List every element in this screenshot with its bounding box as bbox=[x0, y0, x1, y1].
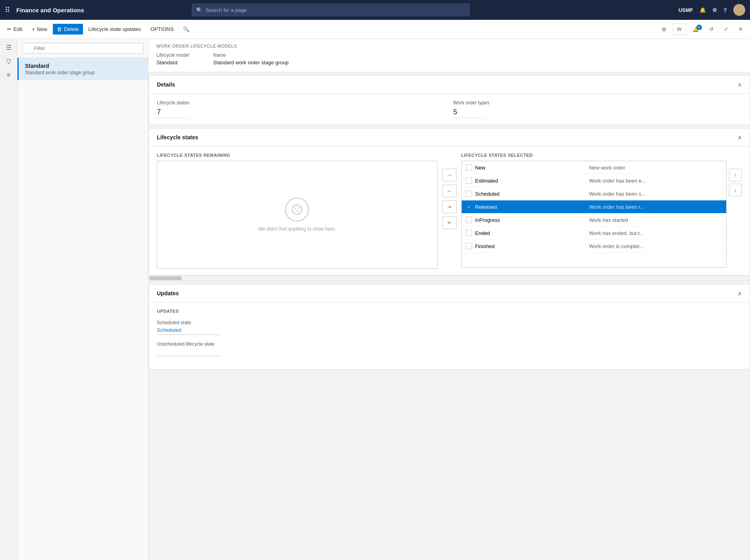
sidebar-filter-row: 🔍 bbox=[17, 39, 148, 58]
action-search-icon: 🔍 bbox=[183, 26, 189, 32]
sidebar: 🔍 Standard Standard work order stage gro… bbox=[17, 39, 148, 560]
updates-section-header[interactable]: Updates ∧ bbox=[149, 285, 750, 302]
help-icon[interactable]: ? bbox=[723, 7, 727, 13]
unscheduled-value[interactable] bbox=[157, 348, 220, 356]
options-button[interactable]: OPTIONS bbox=[147, 24, 178, 35]
list-item-released[interactable]: ✓ Released Work order has been r... bbox=[462, 200, 727, 214]
horizontal-scrollbar[interactable] bbox=[149, 275, 750, 281]
checkbox-new[interactable] bbox=[466, 164, 472, 171]
order-buttons: ↑ ↓ bbox=[729, 153, 742, 268]
list-item[interactable]: InProgress Work has started bbox=[462, 214, 727, 227]
lifecycle-model-label: Lifecycle model bbox=[156, 52, 189, 58]
user-code: USMF bbox=[679, 7, 693, 13]
svg-point-1 bbox=[295, 208, 296, 209]
edit-button[interactable]: ✏ Edit bbox=[3, 24, 26, 35]
details-body: Lifecycle states 7 Work order types 5 bbox=[149, 94, 750, 125]
app-title: Finance and Operations bbox=[16, 7, 84, 13]
page-fields: Lifecycle model Standard Name Standard w… bbox=[156, 52, 742, 65]
move-all-right-button[interactable]: ⇒ bbox=[442, 200, 457, 213]
list-icon[interactable]: ≡ bbox=[7, 71, 10, 79]
action-bar: ✏ Edit + New 🗑 Delete Lifecycle state up… bbox=[0, 20, 750, 39]
details-title: Details bbox=[157, 81, 175, 88]
settings-icon[interactable]: ⚙ bbox=[712, 7, 717, 13]
move-down-button[interactable]: ↓ bbox=[729, 184, 742, 196]
list-item[interactable]: Ended Work has ended, but t... bbox=[462, 227, 727, 240]
scheduled-state-value[interactable]: Scheduled bbox=[157, 327, 220, 335]
list-item[interactable]: Estimated Work order has been e... bbox=[462, 174, 727, 187]
updates-collapse-icon: ∧ bbox=[738, 290, 742, 296]
pin-button[interactable]: ⊞ bbox=[658, 24, 670, 35]
sidebar-item-subtitle: Standard work order stage group bbox=[25, 70, 142, 75]
selected-label: LIFECYCLE STATES SELECTED bbox=[461, 153, 727, 158]
new-label: New bbox=[37, 26, 47, 32]
details-section: Details ∧ Lifecycle states 7 Work order … bbox=[148, 75, 750, 125]
notification-icon[interactable]: 🔔 bbox=[700, 7, 706, 13]
list-item[interactable]: Scheduled Work order has been s... bbox=[462, 187, 727, 200]
search-icon: 🔍 bbox=[196, 7, 202, 13]
empty-icon bbox=[285, 198, 309, 221]
move-left-button[interactable]: ← bbox=[442, 185, 457, 197]
filter-input[interactable] bbox=[22, 43, 143, 54]
svg-point-2 bbox=[298, 208, 299, 209]
lifecycle-collapse-icon: ∧ bbox=[738, 134, 742, 140]
notification-badge-button[interactable]: 🔔 0 bbox=[688, 24, 703, 35]
checkbox-estimated[interactable] bbox=[466, 177, 472, 184]
remaining-label: LIFECYCLE STATES REMAINING bbox=[157, 153, 438, 158]
lifecycle-states-section-header[interactable]: Lifecycle states ∧ bbox=[149, 129, 750, 146]
details-collapse-icon: ∧ bbox=[738, 81, 742, 88]
lifecycle-states-value: 7 bbox=[157, 108, 189, 118]
row-desc-finished: Work order is complet... bbox=[589, 243, 722, 249]
open-new-button[interactable]: ⤢ bbox=[720, 24, 732, 35]
name-field: Name Standard work order stage group bbox=[213, 52, 289, 65]
checkbox-ended[interactable] bbox=[466, 230, 472, 236]
lifecycle-label: Lifecycle state updates bbox=[89, 26, 141, 32]
checkbox-inprogress[interactable] bbox=[466, 217, 472, 223]
move-up-button[interactable]: ↑ bbox=[729, 169, 742, 181]
delete-button[interactable]: 🗑 Delete bbox=[53, 24, 83, 35]
close-button[interactable]: ✕ bbox=[735, 24, 747, 35]
left-icon-strip: ☰ ▽ ≡ bbox=[0, 39, 17, 560]
move-all-left-button[interactable]: ⇐ bbox=[442, 216, 457, 229]
hamburger-icon[interactable]: ☰ bbox=[6, 44, 12, 51]
avatar[interactable] bbox=[733, 4, 745, 16]
row-name-new: New bbox=[475, 165, 586, 171]
checkbox-released[interactable]: ✓ bbox=[466, 204, 472, 210]
list-item[interactable]: Finished Work order is complet... bbox=[462, 240, 727, 253]
new-icon: + bbox=[32, 26, 35, 32]
edit-label: Edit bbox=[13, 26, 22, 32]
row-name-released: Released bbox=[475, 204, 586, 210]
delete-label: Delete bbox=[64, 26, 79, 32]
list-item[interactable]: New New work order bbox=[462, 161, 727, 174]
work-order-types-label: Work order types bbox=[453, 100, 742, 106]
main-layout: ☰ ▽ ≡ 🔍 Standard Standard work order sta… bbox=[0, 39, 750, 560]
scheduled-state-field: Scheduled state Scheduled bbox=[157, 320, 742, 335]
row-desc-ended: Work has ended, but t... bbox=[589, 230, 722, 236]
search-bar[interactable]: 🔍 Search for a page bbox=[192, 4, 470, 16]
scrollbar-thumb[interactable] bbox=[150, 276, 181, 280]
new-button[interactable]: + New bbox=[28, 24, 51, 35]
options-label: OPTIONS bbox=[150, 26, 174, 32]
empty-panel: We didn't find anything to show here. bbox=[157, 161, 437, 268]
page-header: WORK ORDER LIFECYCLE MODELS Lifecycle mo… bbox=[148, 39, 750, 72]
lifecycle-states-stat: Lifecycle states 7 bbox=[157, 100, 445, 118]
delete-icon: 🗑 bbox=[57, 26, 62, 32]
updates-body: UPDATES Scheduled state Scheduled Unsche… bbox=[149, 302, 750, 369]
lifecycle-updates-button[interactable]: Lifecycle state updates bbox=[85, 24, 145, 35]
move-right-button[interactable]: → bbox=[442, 169, 457, 181]
action-search-button[interactable]: 🔍 bbox=[179, 24, 193, 35]
action-bar-right: ⊞ W 🔔 0 ↺ ⤢ ✕ bbox=[658, 23, 747, 35]
office-button[interactable]: W bbox=[673, 23, 686, 35]
refresh-button[interactable]: ↺ bbox=[705, 24, 717, 35]
filter-strip-icon[interactable]: ▽ bbox=[6, 58, 11, 65]
unscheduled-label: Unscheduled lifecycle state bbox=[157, 341, 742, 347]
checkbox-finished[interactable] bbox=[466, 243, 472, 249]
row-desc-new: New work order bbox=[589, 165, 722, 171]
checkbox-scheduled[interactable] bbox=[466, 191, 472, 197]
details-section-header[interactable]: Details ∧ bbox=[149, 76, 750, 94]
row-name-finished: Finished bbox=[475, 243, 586, 249]
updates-section: Updates ∧ UPDATES Scheduled state Schedu… bbox=[148, 284, 750, 369]
sidebar-item-title: Standard bbox=[25, 63, 142, 69]
waffle-menu-icon[interactable]: ⠿ bbox=[5, 6, 10, 14]
sidebar-item-standard[interactable]: Standard Standard work order stage group bbox=[17, 58, 148, 80]
top-navigation: ⠿ Finance and Operations 🔍 Search for a … bbox=[0, 0, 750, 20]
